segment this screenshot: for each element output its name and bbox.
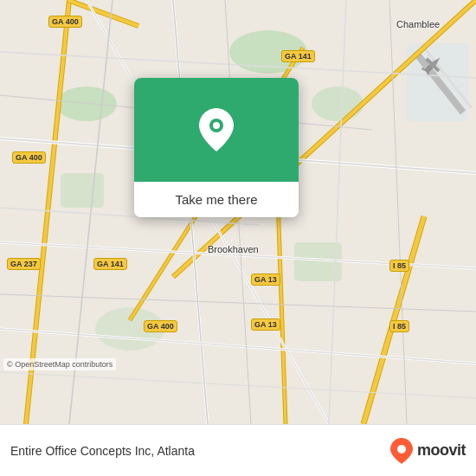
road-badge-i85-bot: I 85 (389, 320, 409, 332)
svg-rect-5 (61, 173, 104, 208)
road-badge-ga400-top: GA 400 (48, 16, 82, 28)
road-badge-ga400-mid: GA 400 (12, 151, 46, 164)
road-badge-ga237: GA 237 (7, 258, 41, 270)
bottom-bar: Entire Office Concepts Inc, Atlanta moov… (0, 424, 476, 476)
road-badge-ga13-bot: GA 13 (251, 318, 280, 331)
moovit-text: moovit (417, 441, 466, 460)
moovit-logo: moovit (389, 437, 466, 465)
svg-point-45 (397, 445, 406, 453)
road-badge-ga13-mid: GA 13 (251, 273, 280, 286)
chamblee-label: Chamblee (396, 19, 440, 29)
road-badge-ga141-top: GA 141 (281, 50, 315, 62)
map-attribution: © OpenStreetMap contributors (3, 358, 116, 370)
svg-point-2 (56, 87, 117, 121)
road-badge-ga400-bot: GA 400 (144, 320, 177, 332)
road-badge-ga141-mid: GA 141 (93, 258, 127, 270)
business-name: Entire Office Concepts Inc, Atlanta (10, 444, 389, 458)
popup-card: Take me there (134, 78, 299, 217)
popup-header (134, 78, 299, 182)
moovit-pin-icon (389, 437, 414, 465)
road-badge-i85-top: I 85 (389, 260, 409, 272)
take-me-there-button[interactable]: Take me there (134, 182, 299, 217)
svg-point-4 (312, 87, 363, 121)
location-pin-icon (197, 106, 235, 153)
map-container: GA 400 GA 400 GA 400 GA 141 GA 141 GA 23… (0, 0, 476, 424)
svg-point-44 (213, 122, 220, 129)
brookhaven-label: Brookhaven (208, 244, 259, 254)
